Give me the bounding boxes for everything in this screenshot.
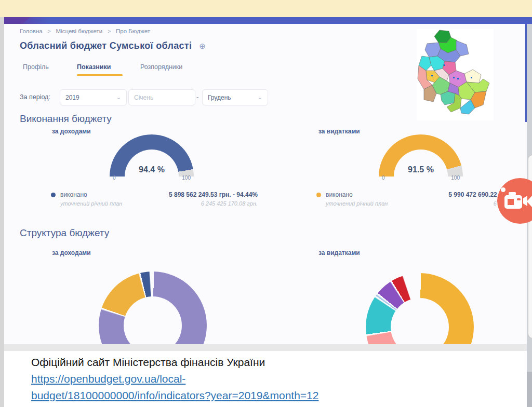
tab-profile[interactable]: Профіль — [23, 63, 49, 71]
top-cream-bar — [0, 0, 532, 17]
page-title: Обласний бюджет Сумської області — [20, 40, 192, 51]
period-label: За період: — [20, 93, 50, 101]
income-donut-subtitle: за доходами — [52, 249, 91, 256]
structure-heading: Структура бюджету — [20, 227, 109, 239]
expand-circle-icon[interactable]: ⊕ — [199, 42, 206, 51]
recorder-status-dot — [501, 187, 506, 192]
camera-icon — [503, 191, 527, 211]
chevron-down-icon: ⌄ — [258, 94, 262, 101]
breadcrumb-about-budget[interactable]: Про Бюджет — [116, 28, 150, 34]
top-blue-bar — [14, 17, 532, 24]
left-background-strip — [0, 17, 4, 407]
tab-managers[interactable]: Розпорядники — [140, 63, 182, 71]
income-gauge-scale: 0 100 — [110, 175, 194, 181]
expense-legend: виконано 5 990 472 690.22 грн. - 91 уточ… — [316, 191, 523, 207]
caption-title: Офіційний сайт Міністерства фінансів Укр… — [31, 356, 265, 369]
right-blue-border — [525, 24, 527, 122]
executed-label: виконано — [326, 191, 353, 198]
gauge-max-label: 100 — [182, 175, 191, 181]
month-from-placeholder: Січень — [134, 94, 153, 101]
gauge-max-label: 100 — [451, 175, 460, 181]
expense-donut-subtitle: за видатками — [318, 249, 360, 256]
plan-label: уточнений річний план — [326, 200, 388, 207]
year-select-value: 2019 — [65, 94, 79, 101]
breadcrumb-local-budgets[interactable]: Місцеві бюджети — [56, 28, 103, 34]
plan-label: уточнений річний план — [60, 200, 122, 207]
caption-link-line1[interactable]: https://openbudget.gov.ua/local- — [31, 373, 185, 385]
legend-dot-orange — [316, 193, 321, 197]
edge-handle-arrow-icon[interactable] — [527, 196, 532, 207]
expense-structure-donut — [366, 273, 474, 344]
income-gauge-value: 94.4 % — [110, 165, 194, 174]
gauge-min-label: 0 — [382, 175, 385, 181]
page-title-row: Обласний бюджет Сумської області ⊕ — [20, 40, 206, 51]
execution-heading: Виконання бюджету — [20, 113, 112, 125]
month-to-value: Грудень — [208, 94, 231, 101]
income-gauge-subtitle: за доходами — [52, 128, 91, 135]
openbudget-page: Головна > Місцеві бюджети > Про Бюджет О… — [4, 24, 527, 344]
month-from-input[interactable]: Січень — [128, 89, 195, 105]
breadcrumb-home[interactable]: Головна — [20, 28, 43, 34]
slide-caption-area: Офіційний сайт Міністерства фінансів Укр… — [4, 351, 527, 407]
income-legend: виконано 5 898 562 249.53 грн. - 94.44% … — [51, 191, 258, 207]
chevron-down-icon: ⌄ — [116, 94, 121, 101]
breadcrumb: Головна > Місцеві бюджети > Про Бюджет — [20, 28, 150, 34]
tab-indicators[interactable]: Показники — [77, 63, 111, 71]
year-select[interactable]: 2019 ⌄ — [60, 89, 127, 105]
legend-dot-blue — [51, 193, 56, 197]
expense-gauge-scale: 0 100 — [379, 175, 463, 181]
executed-label: виконано — [60, 191, 87, 198]
gauge-min-label: 0 — [113, 175, 116, 181]
expense-gauge-value: 91.5 % — [379, 165, 463, 174]
expense-gauge-subtitle: за видатками — [318, 128, 360, 135]
breadcrumb-separator: > — [48, 29, 51, 34]
sumy-oblast-map-image — [417, 29, 494, 120]
breadcrumb-separator: > — [108, 29, 111, 34]
plan-value: 6 245 425 170.08 грн. — [201, 200, 258, 207]
month-to-select[interactable]: Грудень ⌄ — [202, 89, 268, 105]
executed-value: 5 898 562 249.53 грн. - 94.44% — [169, 191, 258, 198]
screenshot-bottom-band — [4, 344, 527, 351]
caption-link-line2[interactable]: budget/18100000000/info/indicators?year=… — [31, 389, 318, 402]
income-structure-donut — [99, 272, 207, 344]
right-edge-strip-bottom — [527, 372, 532, 407]
active-tab-underline — [77, 74, 123, 76]
period-range-dash: - — [196, 93, 198, 101]
